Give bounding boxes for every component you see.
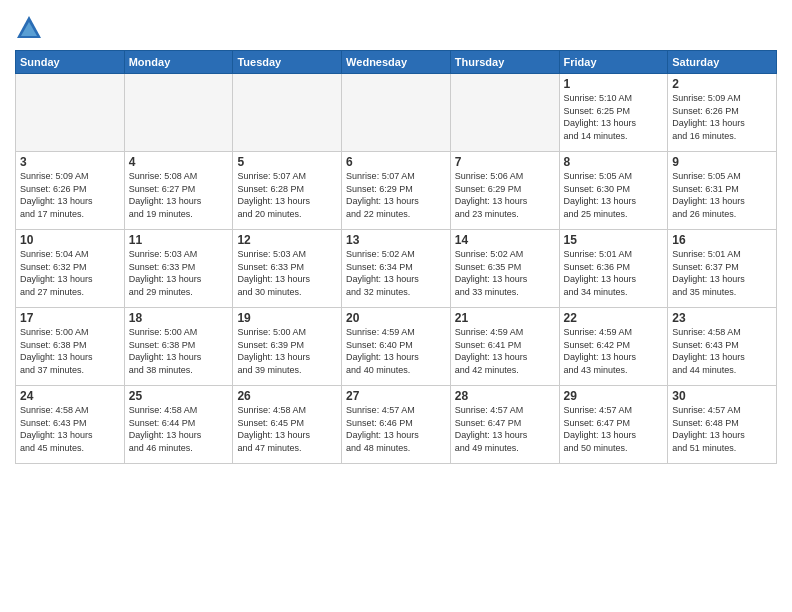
day-info: Sunrise: 5:02 AM Sunset: 6:34 PM Dayligh…	[346, 248, 446, 298]
calendar-cell: 6Sunrise: 5:07 AM Sunset: 6:29 PM Daylig…	[342, 152, 451, 230]
day-info: Sunrise: 5:07 AM Sunset: 6:29 PM Dayligh…	[346, 170, 446, 220]
calendar-day-header: Monday	[124, 51, 233, 74]
calendar-cell: 8Sunrise: 5:05 AM Sunset: 6:30 PM Daylig…	[559, 152, 668, 230]
header	[15, 10, 777, 42]
day-info: Sunrise: 4:59 AM Sunset: 6:40 PM Dayligh…	[346, 326, 446, 376]
day-number: 10	[20, 233, 120, 247]
day-info: Sunrise: 5:00 AM Sunset: 6:39 PM Dayligh…	[237, 326, 337, 376]
calendar-week-row: 3Sunrise: 5:09 AM Sunset: 6:26 PM Daylig…	[16, 152, 777, 230]
calendar-day-header: Wednesday	[342, 51, 451, 74]
day-number: 4	[129, 155, 229, 169]
day-number: 3	[20, 155, 120, 169]
day-info: Sunrise: 5:08 AM Sunset: 6:27 PM Dayligh…	[129, 170, 229, 220]
day-info: Sunrise: 5:04 AM Sunset: 6:32 PM Dayligh…	[20, 248, 120, 298]
day-number: 22	[564, 311, 664, 325]
day-info: Sunrise: 4:59 AM Sunset: 6:42 PM Dayligh…	[564, 326, 664, 376]
logo	[15, 14, 47, 42]
calendar-week-row: 17Sunrise: 5:00 AM Sunset: 6:38 PM Dayli…	[16, 308, 777, 386]
calendar-cell: 15Sunrise: 5:01 AM Sunset: 6:36 PM Dayli…	[559, 230, 668, 308]
calendar-cell: 5Sunrise: 5:07 AM Sunset: 6:28 PM Daylig…	[233, 152, 342, 230]
day-number: 29	[564, 389, 664, 403]
day-number: 21	[455, 311, 555, 325]
day-number: 5	[237, 155, 337, 169]
calendar-cell: 4Sunrise: 5:08 AM Sunset: 6:27 PM Daylig…	[124, 152, 233, 230]
day-number: 2	[672, 77, 772, 91]
calendar-day-header: Friday	[559, 51, 668, 74]
calendar-cell: 13Sunrise: 5:02 AM Sunset: 6:34 PM Dayli…	[342, 230, 451, 308]
day-info: Sunrise: 5:10 AM Sunset: 6:25 PM Dayligh…	[564, 92, 664, 142]
day-number: 25	[129, 389, 229, 403]
day-number: 19	[237, 311, 337, 325]
day-info: Sunrise: 4:58 AM Sunset: 6:43 PM Dayligh…	[20, 404, 120, 454]
calendar-cell: 23Sunrise: 4:58 AM Sunset: 6:43 PM Dayli…	[668, 308, 777, 386]
calendar-cell	[450, 74, 559, 152]
day-number: 30	[672, 389, 772, 403]
day-info: Sunrise: 5:09 AM Sunset: 6:26 PM Dayligh…	[672, 92, 772, 142]
day-info: Sunrise: 5:09 AM Sunset: 6:26 PM Dayligh…	[20, 170, 120, 220]
calendar-cell: 18Sunrise: 5:00 AM Sunset: 6:38 PM Dayli…	[124, 308, 233, 386]
calendar-day-header: Sunday	[16, 51, 125, 74]
calendar-cell: 2Sunrise: 5:09 AM Sunset: 6:26 PM Daylig…	[668, 74, 777, 152]
day-info: Sunrise: 5:01 AM Sunset: 6:36 PM Dayligh…	[564, 248, 664, 298]
calendar-cell	[16, 74, 125, 152]
logo-icon	[15, 14, 43, 42]
calendar-week-row: 24Sunrise: 4:58 AM Sunset: 6:43 PM Dayli…	[16, 386, 777, 464]
day-number: 27	[346, 389, 446, 403]
calendar-cell: 11Sunrise: 5:03 AM Sunset: 6:33 PM Dayli…	[124, 230, 233, 308]
day-info: Sunrise: 4:58 AM Sunset: 6:43 PM Dayligh…	[672, 326, 772, 376]
calendar-cell: 14Sunrise: 5:02 AM Sunset: 6:35 PM Dayli…	[450, 230, 559, 308]
day-number: 14	[455, 233, 555, 247]
calendar-cell: 30Sunrise: 4:57 AM Sunset: 6:48 PM Dayli…	[668, 386, 777, 464]
day-number: 26	[237, 389, 337, 403]
day-number: 23	[672, 311, 772, 325]
day-info: Sunrise: 4:57 AM Sunset: 6:48 PM Dayligh…	[672, 404, 772, 454]
calendar-cell: 25Sunrise: 4:58 AM Sunset: 6:44 PM Dayli…	[124, 386, 233, 464]
day-info: Sunrise: 5:00 AM Sunset: 6:38 PM Dayligh…	[20, 326, 120, 376]
day-info: Sunrise: 4:57 AM Sunset: 6:47 PM Dayligh…	[455, 404, 555, 454]
day-number: 9	[672, 155, 772, 169]
page: SundayMondayTuesdayWednesdayThursdayFrid…	[0, 0, 792, 612]
calendar-cell: 20Sunrise: 4:59 AM Sunset: 6:40 PM Dayli…	[342, 308, 451, 386]
day-info: Sunrise: 4:57 AM Sunset: 6:47 PM Dayligh…	[564, 404, 664, 454]
day-info: Sunrise: 4:57 AM Sunset: 6:46 PM Dayligh…	[346, 404, 446, 454]
day-number: 16	[672, 233, 772, 247]
day-number: 8	[564, 155, 664, 169]
calendar-cell: 9Sunrise: 5:05 AM Sunset: 6:31 PM Daylig…	[668, 152, 777, 230]
day-info: Sunrise: 5:05 AM Sunset: 6:30 PM Dayligh…	[564, 170, 664, 220]
day-number: 7	[455, 155, 555, 169]
day-info: Sunrise: 5:03 AM Sunset: 6:33 PM Dayligh…	[129, 248, 229, 298]
day-info: Sunrise: 5:02 AM Sunset: 6:35 PM Dayligh…	[455, 248, 555, 298]
calendar-week-row: 1Sunrise: 5:10 AM Sunset: 6:25 PM Daylig…	[16, 74, 777, 152]
day-info: Sunrise: 4:58 AM Sunset: 6:45 PM Dayligh…	[237, 404, 337, 454]
calendar-cell: 3Sunrise: 5:09 AM Sunset: 6:26 PM Daylig…	[16, 152, 125, 230]
calendar-cell	[124, 74, 233, 152]
calendar-cell: 7Sunrise: 5:06 AM Sunset: 6:29 PM Daylig…	[450, 152, 559, 230]
day-number: 11	[129, 233, 229, 247]
day-number: 17	[20, 311, 120, 325]
calendar-cell: 1Sunrise: 5:10 AM Sunset: 6:25 PM Daylig…	[559, 74, 668, 152]
day-info: Sunrise: 5:03 AM Sunset: 6:33 PM Dayligh…	[237, 248, 337, 298]
day-info: Sunrise: 5:01 AM Sunset: 6:37 PM Dayligh…	[672, 248, 772, 298]
calendar-table: SundayMondayTuesdayWednesdayThursdayFrid…	[15, 50, 777, 464]
calendar-day-header: Tuesday	[233, 51, 342, 74]
calendar-cell: 17Sunrise: 5:00 AM Sunset: 6:38 PM Dayli…	[16, 308, 125, 386]
day-info: Sunrise: 5:05 AM Sunset: 6:31 PM Dayligh…	[672, 170, 772, 220]
calendar-week-row: 10Sunrise: 5:04 AM Sunset: 6:32 PM Dayli…	[16, 230, 777, 308]
calendar-cell: 24Sunrise: 4:58 AM Sunset: 6:43 PM Dayli…	[16, 386, 125, 464]
day-number: 12	[237, 233, 337, 247]
calendar-day-header: Thursday	[450, 51, 559, 74]
calendar-cell: 29Sunrise: 4:57 AM Sunset: 6:47 PM Dayli…	[559, 386, 668, 464]
day-number: 15	[564, 233, 664, 247]
calendar-cell: 26Sunrise: 4:58 AM Sunset: 6:45 PM Dayli…	[233, 386, 342, 464]
calendar-cell	[233, 74, 342, 152]
day-info: Sunrise: 5:06 AM Sunset: 6:29 PM Dayligh…	[455, 170, 555, 220]
day-info: Sunrise: 4:58 AM Sunset: 6:44 PM Dayligh…	[129, 404, 229, 454]
day-number: 28	[455, 389, 555, 403]
calendar-cell: 27Sunrise: 4:57 AM Sunset: 6:46 PM Dayli…	[342, 386, 451, 464]
calendar-day-header: Saturday	[668, 51, 777, 74]
day-number: 20	[346, 311, 446, 325]
day-info: Sunrise: 5:07 AM Sunset: 6:28 PM Dayligh…	[237, 170, 337, 220]
calendar-cell: 16Sunrise: 5:01 AM Sunset: 6:37 PM Dayli…	[668, 230, 777, 308]
calendar-cell: 10Sunrise: 5:04 AM Sunset: 6:32 PM Dayli…	[16, 230, 125, 308]
calendar-cell: 12Sunrise: 5:03 AM Sunset: 6:33 PM Dayli…	[233, 230, 342, 308]
